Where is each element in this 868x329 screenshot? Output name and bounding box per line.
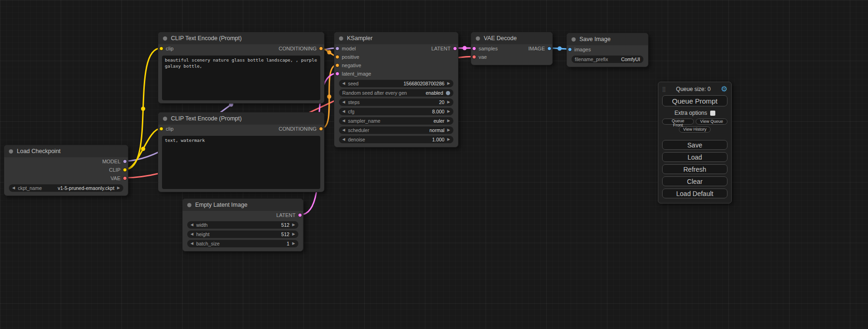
prompt-textarea[interactable]: beautiful scenery nature glass bottle la… [162,56,320,100]
prompt-textarea[interactable]: text, watermark [162,136,320,189]
next-arrow-icon[interactable]: ▶ [447,128,450,132]
increment-arrow-icon[interactable]: ▶ [292,242,295,245]
decrement-arrow-icon[interactable]: ◀ [191,232,193,236]
widget-random-seed-toggle[interactable]: Random seed after every gen enabled [339,89,453,97]
queue-front-button[interactable]: Queue Front [662,119,694,125]
link-midpoint-dot[interactable] [141,147,145,151]
widget-filename-prefix[interactable]: filename_prefix ComfyUI [572,56,643,63]
widget-height[interactable]: ◀ height 512 ▶ [187,231,298,238]
widget-width[interactable]: ◀ width 512 ▶ [187,221,298,229]
output-slot-latent[interactable] [298,213,302,217]
collapse-dot-icon[interactable] [572,37,576,42]
decrement-arrow-icon[interactable]: ◀ [342,138,345,141]
prev-arrow-icon[interactable]: ◀ [342,119,345,123]
widget-batch-size[interactable]: ◀ batch_size 1 ▶ [187,240,298,247]
link-midpoint-dot[interactable] [141,107,145,111]
node-title-bar[interactable]: KSampler [334,32,458,44]
output-slot-conditioning[interactable] [319,127,323,131]
input-slot-model[interactable] [335,47,339,51]
increment-arrow-icon[interactable]: ▶ [292,223,295,227]
decrement-arrow-icon[interactable]: ◀ [191,242,193,245]
output-slot-vae[interactable] [123,176,127,181]
link-midpoint-dot[interactable] [327,95,332,99]
decrement-arrow-icon[interactable]: ◀ [191,223,193,227]
node-clip-text-encode-negative[interactable]: CLIP Text Encode (Prompt) clip CONDITION… [158,112,325,192]
link-midpoint-dot[interactable] [557,47,562,51]
slot-row: positive [334,53,458,61]
extra-options-checkbox[interactable] [710,111,715,116]
output-slot-model[interactable] [123,160,127,164]
node-title-bar[interactable]: CLIP Text Encode (Prompt) [158,32,324,44]
node-title-bar[interactable]: Save Image [567,33,648,45]
load-default-button[interactable]: Load Default [662,189,727,198]
settings-gear-icon[interactable]: ⚙ [721,85,727,93]
save-button[interactable]: Save [662,140,727,150]
output-slot-clip[interactable] [123,168,127,172]
link-midpoint-dot[interactable] [327,50,332,55]
widget-value: normal [372,128,445,133]
increment-arrow-icon[interactable]: ▶ [447,100,450,104]
widget-seed[interactable]: ◀ seed 156680208700286 ▶ [339,80,453,87]
graph-canvas[interactable]: Load Checkpoint MODEL CLIP VAE ◀ ckpt_na… [0,0,868,329]
queue-prompt-button[interactable]: Queue Prompt [662,95,727,106]
refresh-button[interactable]: Refresh [662,164,727,174]
view-history-button[interactable]: View History [679,126,711,133]
toggle-knob[interactable] [446,91,450,95]
decrement-arrow-icon[interactable]: ◀ [342,100,345,104]
widget-value: 1 [222,241,289,246]
node-title-bar[interactable]: Empty Latent Image [183,199,303,211]
increment-arrow-icon[interactable]: ▶ [447,138,450,141]
output-slot-latent[interactable] [453,47,457,51]
increment-arrow-icon[interactable]: ▶ [292,232,295,236]
node-title-bar[interactable]: VAE Decode [471,32,552,44]
decrement-arrow-icon[interactable]: ◀ [342,82,345,85]
node-save-image[interactable]: Save Image images filename_prefix ComfyU… [566,33,649,67]
collapse-dot-icon[interactable] [476,36,480,41]
input-slot-positive[interactable] [335,55,339,59]
widget-cfg[interactable]: ◀ cfg 8.000 ▶ [339,108,453,115]
input-slot-clip[interactable] [159,127,163,131]
slot-row: vae [471,53,552,61]
input-slot-vae[interactable] [472,55,476,59]
link-midpoint-dot[interactable] [463,46,467,50]
output-slot-image[interactable] [547,47,551,51]
widget-ckpt-name[interactable]: ◀ ckpt_name v1-5-pruned-emaonly.ckpt ▶ [9,184,123,192]
increment-arrow-icon[interactable]: ▶ [447,110,450,113]
widget-value: ComfyUI [611,57,640,62]
load-button[interactable]: Load [662,152,727,162]
slot-row: negative [334,61,458,70]
output-slot-conditioning[interactable] [319,47,323,51]
node-title-bar[interactable]: Load Checkpoint [4,145,128,157]
widget-scheduler[interactable]: ◀ scheduler normal ▶ [339,126,453,134]
node-title-bar[interactable]: CLIP Text Encode (Prompt) [158,112,324,125]
input-slot-images[interactable] [568,48,572,52]
next-arrow-icon[interactable]: ▶ [117,186,120,190]
widget-label: filename_prefix [575,57,608,62]
collapse-dot-icon[interactable] [339,36,343,41]
view-queue-button[interactable]: View Queue [696,119,727,125]
prev-arrow-icon[interactable]: ◀ [342,128,345,132]
prev-arrow-icon[interactable]: ◀ [12,186,15,190]
collapse-dot-icon[interactable] [9,149,13,154]
increment-arrow-icon[interactable]: ▶ [447,82,450,85]
collapse-dot-icon[interactable] [163,36,167,41]
queue-size-label: Queue size: 0 [666,86,721,92]
node-ksampler[interactable]: KSampler model LATENT positive negative … [334,32,459,147]
widget-sampler-name[interactable]: ◀ sampler_name euler ▶ [339,117,453,125]
input-slot-latent-image[interactable] [335,72,339,76]
node-vae-decode[interactable]: VAE Decode samples IMAGE vae [471,32,553,65]
collapse-dot-icon[interactable] [163,117,167,121]
input-slot-clip[interactable] [159,47,163,51]
collapse-dot-icon[interactable] [187,203,191,207]
drag-handle-icon[interactable]: ⣿ [662,87,666,92]
node-empty-latent-image[interactable]: Empty Latent Image LATENT ◀ width 512 ▶ … [182,198,303,252]
clear-button[interactable]: Clear [662,176,727,186]
widget-denoise[interactable]: ◀ denoise 1.000 ▶ [339,136,453,143]
widget-steps[interactable]: ◀ steps 20 ▶ [339,98,453,106]
node-load-checkpoint[interactable]: Load Checkpoint MODEL CLIP VAE ◀ ckpt_na… [4,145,128,196]
input-slot-negative[interactable] [335,63,339,68]
decrement-arrow-icon[interactable]: ◀ [342,110,345,113]
node-clip-text-encode-positive[interactable]: CLIP Text Encode (Prompt) clip CONDITION… [158,32,325,104]
next-arrow-icon[interactable]: ▶ [447,119,450,123]
input-slot-samples[interactable] [472,47,476,51]
